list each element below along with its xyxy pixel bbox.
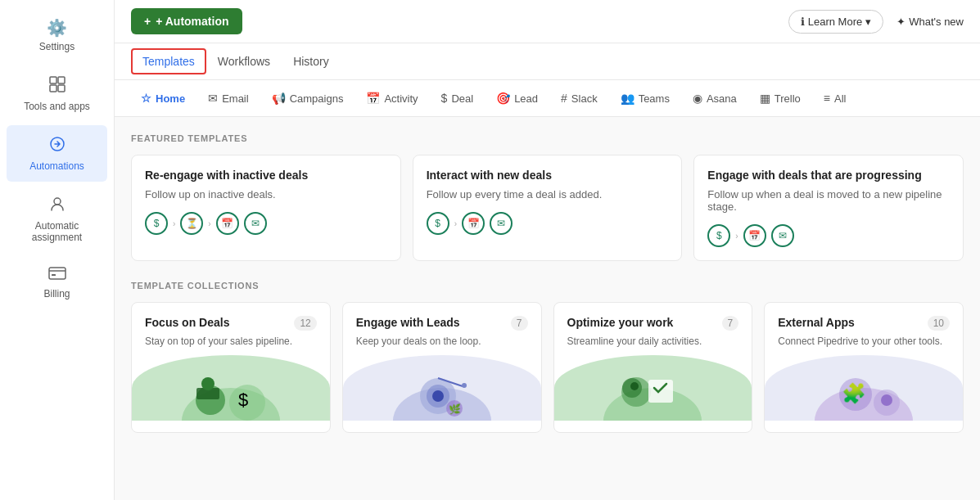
sidebar-label-settings: Settings (39, 41, 75, 52)
template-desc-engage: Follow up when a deal is moved to a new … (707, 188, 950, 213)
collection-image-deals: $ (132, 355, 330, 421)
learn-more-button[interactable]: ℹ Learn More ▾ (788, 10, 883, 34)
collection-title-work: Optimize your work (567, 316, 674, 329)
automation-button[interactable]: + + Automation (131, 8, 242, 34)
svg-rect-0 (50, 77, 56, 83)
featured-templates-grid: Re-engage with inactive deals Follow up … (131, 155, 964, 261)
sidebar-label-automations: Automations (29, 160, 84, 172)
dollar-icon: $ (441, 92, 448, 105)
topbar-right: ℹ Learn More ▾ ✦ What's new (788, 10, 964, 34)
svg-point-17 (432, 390, 444, 402)
content-area: FEATURED TEMPLATES Re-engage with inacti… (115, 117, 980, 500)
flow-deal3-icon: $ (707, 224, 730, 247)
template-title-engage: Engage with deals that are progressing (707, 169, 950, 182)
collection-card-work[interactable]: Optimize your work 7 Streamline your dai… (553, 302, 753, 433)
collection-desc-deals: Stay on top of your sales pipeline. (145, 336, 317, 347)
billing-icon (48, 266, 66, 285)
tab-workflows[interactable]: Workflows (206, 45, 282, 79)
flow-email3-icon: ✉ (771, 224, 794, 247)
collections-grid: Focus on Deals 12 Stay on top of your sa… (131, 302, 964, 433)
flow-deal2-icon: $ (427, 212, 449, 235)
trello-icon: ▦ (760, 92, 770, 105)
sidebar-item-billing[interactable]: Billing (7, 256, 107, 309)
sparkle-icon: ✦ (896, 16, 905, 28)
filter-tab-deal[interactable]: $ Deal (431, 87, 484, 110)
menu-icon: ≡ (824, 92, 830, 105)
tab-navigation: Templates Workflows History (115, 43, 980, 80)
sidebar-item-tools[interactable]: Tools and apps (7, 65, 107, 122)
filter-tab-all[interactable]: ≡ All (814, 87, 856, 110)
main-content: + + Automation ℹ Learn More ▾ ✦ What's n… (115, 0, 980, 500)
filter-tab-slack[interactable]: # Slack (551, 87, 607, 110)
collection-count-deals: 12 (294, 316, 316, 331)
collection-title-leads: Engage with Leads (356, 316, 460, 329)
sidebar-item-automations[interactable]: Automations (7, 125, 107, 182)
template-flow-interact: $ › 📅 ✉ (427, 212, 669, 235)
flow-cal3-icon: 📅 (743, 224, 766, 247)
slack-icon: # (561, 92, 567, 105)
filter-tab-email[interactable]: ✉ Email (198, 87, 259, 110)
collection-desc-work: Streamline your daily activities. (567, 336, 739, 347)
filter-tabs: ☆ Home ✉ Email 📢 Campaigns 📅 Activity $ … (115, 80, 980, 117)
settings-icon: ⚙️ (47, 18, 67, 38)
flow-arrow-3: › (454, 219, 457, 228)
template-flow-engage: $ › 📅 ✉ (707, 224, 950, 247)
svg-point-26 (630, 382, 639, 390)
filter-tab-activity[interactable]: 📅 Activity (356, 87, 427, 110)
svg-point-31 (881, 394, 892, 406)
tools-icon (48, 75, 66, 97)
collection-header-leads: Engage with Leads 7 (356, 316, 528, 331)
template-desc-reengage: Follow up on inactive deals. (145, 188, 387, 200)
collection-title-deals: Focus on Deals (145, 316, 229, 329)
sidebar-item-settings[interactable]: ⚙️ Settings (7, 8, 107, 62)
filter-tab-campaigns[interactable]: 📢 Campaigns (262, 87, 354, 110)
template-card-interact[interactable]: Interact with new deals Follow up every … (413, 155, 683, 261)
svg-rect-1 (58, 77, 65, 83)
svg-point-19 (462, 383, 467, 388)
filter-tab-home[interactable]: ☆ Home (131, 87, 195, 110)
svg-rect-25 (648, 380, 673, 403)
filter-tab-lead[interactable]: 🎯 Lead (486, 87, 548, 110)
topbar: + + Automation ℹ Learn More ▾ ✦ What's n… (115, 0, 980, 43)
svg-point-13 (201, 377, 215, 390)
collection-card-leads[interactable]: Engage with Leads 7 Keep your deals on t… (342, 302, 542, 433)
plus-icon: + (144, 15, 151, 28)
sidebar-item-assignment[interactable]: Automatic assignment (7, 185, 107, 253)
flow-deal-icon: $ (145, 212, 168, 235)
collection-desc-apps: Connect Pipedrive to your other tools. (778, 336, 950, 347)
sidebar: ⚙️ Settings Tools and apps Automations (0, 0, 115, 500)
collection-header-apps: External Apps 10 (778, 316, 950, 331)
target-icon: 🎯 (496, 92, 510, 105)
svg-rect-7 (52, 274, 56, 276)
filter-tab-teams[interactable]: 👥 Teams (611, 87, 680, 110)
flow-wait-icon: ⏳ (180, 212, 203, 235)
sidebar-label-assignment: Automatic assignment (15, 220, 99, 243)
sidebar-label-tools: Tools and apps (24, 101, 90, 112)
svg-text:🧩: 🧩 (842, 381, 866, 405)
flow-arrow-4: › (735, 232, 738, 241)
chevron-down-icon: ▾ (865, 16, 871, 28)
collection-header-deals: Focus on Deals 12 (145, 316, 317, 331)
svg-rect-2 (50, 85, 56, 92)
svg-rect-6 (49, 268, 65, 279)
flow-email2-icon: ✉ (490, 212, 513, 235)
flow-cal2-icon: 📅 (462, 212, 485, 235)
filter-tab-trello[interactable]: ▦ Trello (750, 87, 811, 110)
filter-tab-asana[interactable]: ◉ Asana (683, 87, 747, 110)
tab-history[interactable]: History (282, 45, 341, 79)
collection-title-apps: External Apps (778, 316, 855, 329)
flow-email-icon: ✉ (244, 212, 267, 235)
collection-image-work (554, 355, 752, 421)
template-card-reengage[interactable]: Re-engage with inactive deals Follow up … (131, 155, 401, 261)
tab-templates[interactable]: Templates (131, 48, 206, 74)
sidebar-label-billing: Billing (43, 288, 70, 300)
template-title-interact: Interact with new deals (427, 169, 669, 182)
collection-card-deals[interactable]: Focus on Deals 12 Stay on top of your sa… (131, 302, 331, 433)
featured-section-title: FEATURED TEMPLATES (131, 133, 964, 143)
template-flow-reengage: $ › ⏳ › 📅 ✉ (145, 212, 387, 235)
template-card-engage[interactable]: Engage with deals that are progressing F… (693, 155, 964, 261)
flow-arrow-1: › (173, 219, 175, 228)
collection-card-apps[interactable]: External Apps 10 Connect Pipedrive to yo… (764, 302, 964, 433)
collection-count-leads: 7 (511, 316, 528, 331)
whats-new-button[interactable]: ✦ What's new (896, 16, 964, 28)
